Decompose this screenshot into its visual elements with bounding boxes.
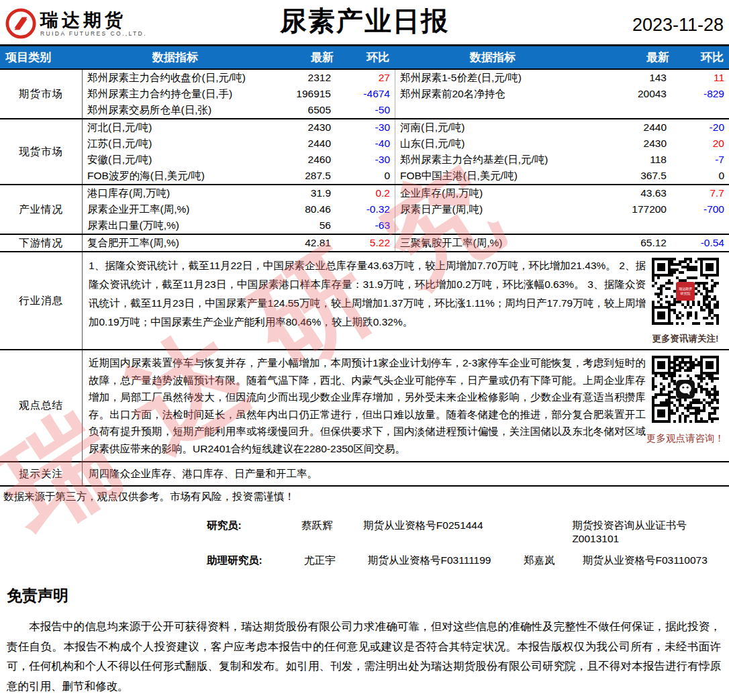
indicator-label: 山东(日,元/吨) — [395, 136, 591, 152]
indicator-change: -7 — [675, 152, 729, 168]
reminder-text: 周四隆众企业库存、港口库存、日产量和开工率。 — [82, 462, 729, 485]
indicator-latest: 118 — [591, 152, 675, 168]
category-label: 产业情况 — [0, 185, 82, 234]
category-label: 提示关注 — [0, 462, 82, 485]
indicator-latest: 6505 — [269, 102, 339, 118]
svg-text:研究院: 研究院 — [681, 291, 691, 296]
researcher-name: 蔡跃辉 — [301, 519, 363, 545]
indicator-label: 郑州尿素主力合约持仓量(日,手) — [82, 86, 269, 102]
indicator-latest: 177200 — [591, 201, 675, 217]
indicator-change: 5.22 — [339, 235, 395, 251]
disclaimer-title: 免责声明 — [7, 585, 729, 606]
section-reminder: 提示关注 周四隆众企业库存、港口库存、日产量和开工率。 — [0, 461, 729, 487]
indicator-label: 郑州尿素主力合约收盘价(日,元/吨) — [82, 70, 269, 86]
qr-news-caption: 更多资讯请关注! — [652, 333, 719, 345]
indicator-label — [395, 217, 591, 234]
indicator-latest: 43.63 — [591, 185, 675, 201]
indicator-latest: 31.9 — [269, 185, 339, 201]
indicator-change: 27 — [339, 70, 395, 86]
data-table: 期货市场郑州尿素主力合约收盘价(日,元/吨)231227郑州尿素1-5价差(日,… — [0, 70, 729, 251]
indicator-latest: 2430 — [591, 136, 675, 152]
indicator-latest: 42.81 — [269, 235, 339, 251]
indicator-label: 河南(日,元/吨) — [395, 119, 591, 136]
section-viewpoint-summary: 观点总结 近期国内尿素装置停车与恢复并存，产量小幅增加，本周预计1家企业计划停车… — [0, 349, 729, 461]
table-section: 产业情况港口库存(周,万吨)31.90.2企业库存(周,万吨)43.637.7尿… — [0, 184, 729, 234]
researcher-row: 研究员: 蔡跃辉 期货从业资格号F0251444 期货投资咨询从业证书号Z001… — [207, 519, 729, 545]
indicator-label: 郑州尿素前20名净持仓 — [395, 86, 591, 102]
indicator-label: FOB中国主港(日,美元/吨) — [395, 168, 591, 184]
table-header-row: 项目类别 数据指标 最新 环比 数据指标 最新 环比 — [0, 46, 729, 70]
indicator-change: -30 — [339, 152, 395, 168]
indicator-latest: 20043 — [591, 86, 675, 102]
indicator-change: -50 — [339, 102, 395, 118]
indicator-change: -4674 — [339, 86, 395, 102]
indicator-change: -0.32 — [339, 201, 395, 217]
indicator-change — [675, 217, 729, 234]
indicator-latest: 80.46 — [269, 201, 339, 217]
indicator-label: 郑州尿素交易所仓单(日,张) — [82, 102, 269, 118]
section-industry-news: 行业消息 1、据隆众资讯统计，截至11月22日，中国尿素企业总库存量43.63万… — [0, 251, 729, 349]
researcher-cert2: 期货投资咨询从业证书号Z0013101 — [572, 519, 729, 545]
indicator-latest: 143 — [591, 70, 675, 86]
table-section: 期货市场郑州尿素主力合约收盘价(日,元/吨)231227郑州尿素1-5价差(日,… — [0, 70, 729, 118]
report-date: 2023-11-28 — [632, 15, 724, 36]
indicator-label: 尿素企业开工率(周,%) — [82, 201, 269, 217]
risk-note: 数据来源于第三方，观点仅供参考。市场有风险，投资需谨慎！ — [3, 490, 729, 504]
disclaimer-text: 本报告中的信息均来源于公开可获得资料，瑞达期货股份有限公司力求准确可靠，但对这些… — [7, 617, 721, 696]
indicator-latest: 2440 — [269, 136, 339, 152]
indicator-change: -20 — [675, 119, 729, 136]
indicator-label: 企业库存(周,万吨) — [395, 185, 591, 201]
report-header: 瑞达期货 RUIDA FUTURES CO.,LTD. 尿素产业日报 2023-… — [0, 0, 729, 46]
qr-code-news: 瑞达期货研究院 — [652, 258, 719, 328]
category-label: 行业消息 — [0, 252, 82, 349]
category-label: 下游情况 — [0, 235, 82, 251]
table-section: 下游情况复合肥开工率(周,%)42.815.22三聚氰胺开工率(周,%)65.1… — [0, 234, 729, 251]
indicator-change: -40 — [339, 136, 395, 152]
viewpoint-summary-text: 近期国内尿素装置停车与恢复并存，产量小幅增加，本周预计1家企业计划停车，2-3家… — [89, 354, 646, 457]
indicator-latest — [591, 217, 675, 234]
indicator-latest: 65.12 — [591, 235, 675, 251]
indicator-label: 江苏(日,元/吨) — [82, 136, 269, 152]
researcher-name2 — [515, 519, 573, 545]
category-label: 现货市场 — [0, 119, 82, 184]
col-header-change-left: 环比 — [339, 46, 395, 68]
indicator-latest: 2460 — [269, 152, 339, 168]
indicator-label: 郑州尿素1-5价差(日,元/吨) — [395, 70, 591, 86]
category-label: 期货市场 — [0, 70, 82, 118]
svg-text:瑞达期货: 瑞达期货 — [679, 287, 692, 291]
indicator-label: 河北(日,元/吨) — [82, 119, 269, 136]
col-header-latest-left: 最新 — [269, 46, 339, 68]
col-header-change-right: 环比 — [675, 46, 729, 68]
col-header-latest-right: 最新 — [591, 46, 675, 68]
indicator-label: 复合肥开工率(周,%) — [82, 235, 269, 251]
researcher-row: 助理研究员: 尤正宇 期货从业资格号F03111199 郑嘉岚 期货从业资格号F… — [207, 554, 729, 568]
indicator-change: 0 — [339, 168, 395, 184]
indicator-latest: 56 — [269, 217, 339, 234]
indicator-change: -700 — [675, 201, 729, 217]
qr-views-caption: 更多观点请咨询！ — [646, 432, 724, 445]
indicator-label: 港口库存(周,万吨) — [82, 185, 269, 201]
indicator-latest: 2440 — [591, 119, 675, 136]
indicator-label: 三聚氰胺开工率(周,%) — [395, 235, 591, 251]
report-title: 尿素产业日报 — [0, 3, 729, 40]
researcher-cert2: 期货从业资格号F03110073 — [583, 554, 708, 568]
indicator-latest: 287.5 — [269, 168, 339, 184]
indicator-change: 11 — [675, 70, 729, 86]
col-header-indicator-right: 数据指标 — [395, 46, 591, 68]
industry-news-text: 1、据隆众资讯统计，截至11月22日，中国尿素企业总库存量43.63万吨，较上周… — [89, 256, 646, 345]
researcher-name: 尤正宇 — [304, 554, 368, 568]
indicator-change: -0.54 — [675, 235, 729, 251]
indicator-change: -829 — [675, 86, 729, 102]
indicator-change: 20 — [675, 136, 729, 152]
indicator-change: 7.7 — [675, 185, 729, 201]
indicator-label: 郑州尿素主力合约基差(日,元/吨) — [395, 152, 591, 168]
col-header-category: 项目类别 — [0, 46, 82, 68]
researchers-block: 研究员: 蔡跃辉 期货从业资格号F0251444 期货投资咨询从业证书号Z001… — [207, 519, 729, 568]
indicator-latest: 2312 — [269, 70, 339, 86]
indicator-label: 安徽(日,元/吨) — [82, 152, 269, 168]
indicator-latest: 2430 — [269, 119, 339, 136]
indicator-latest — [591, 102, 675, 118]
table-section: 现货市场河北(日,元/吨)2430-30河南(日,元/吨)2440-20江苏(日… — [0, 118, 729, 184]
indicator-label — [395, 102, 591, 118]
researcher-cert: 期货从业资格号F0251444 — [363, 519, 515, 545]
